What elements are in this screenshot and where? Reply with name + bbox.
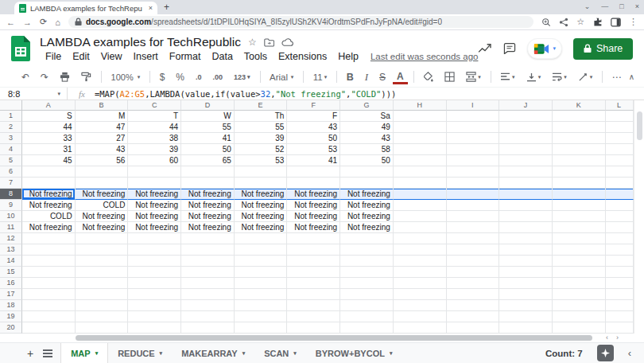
reload-icon[interactable]: ⟳ xyxy=(40,17,47,27)
browser-tab[interactable]: LAMBDA examples for TechRepu × xyxy=(14,2,157,14)
sheet-tab-map[interactable]: MAP▾ xyxy=(60,343,108,363)
menu-view[interactable]: View xyxy=(95,51,128,62)
cell-H7[interactable] xyxy=(394,178,447,189)
window-restore-icon[interactable]: □ xyxy=(619,1,623,12)
print-icon[interactable] xyxy=(56,72,74,82)
cell-L10[interactable] xyxy=(606,211,634,222)
cell-D4[interactable]: 50 xyxy=(181,144,235,155)
column-header-H[interactable]: H xyxy=(394,100,447,111)
cell-B17[interactable] xyxy=(76,289,129,300)
row-header-12[interactable]: 12 xyxy=(0,233,22,244)
vertical-scrollbar[interactable] xyxy=(634,100,644,334)
comments-icon[interactable] xyxy=(503,43,516,54)
star-document-icon[interactable]: ☆ xyxy=(248,37,257,48)
cell-G16[interactable] xyxy=(340,278,394,289)
menu-format[interactable]: Format xyxy=(164,51,207,62)
cell-H15[interactable] xyxy=(394,267,447,278)
window-menu-icon[interactable]: ⌄ xyxy=(584,1,591,12)
cell-H1[interactable] xyxy=(394,111,447,122)
cell-L18[interactable] xyxy=(606,300,634,311)
cell-J6[interactable] xyxy=(499,166,553,178)
row-header-9[interactable]: 9 xyxy=(0,200,22,211)
cell-A4[interactable]: 31 xyxy=(22,144,76,155)
sheet-tab-menu-icon[interactable]: ▾ xyxy=(95,350,99,357)
cell-L1[interactable] xyxy=(606,111,634,122)
cell-C6[interactable] xyxy=(128,166,181,178)
cell-C2[interactable]: 44 xyxy=(128,122,181,133)
cell-C7[interactable] xyxy=(128,178,181,189)
cell-C11[interactable]: Not freezing xyxy=(128,222,181,233)
share-page-icon[interactable] xyxy=(559,18,568,27)
cell-K7[interactable] xyxy=(553,178,606,189)
cell-G14[interactable] xyxy=(340,256,394,267)
cell-J15[interactable] xyxy=(499,267,553,278)
zoom-magnifier-icon[interactable] xyxy=(541,18,551,27)
menu-file[interactable]: File xyxy=(40,51,67,62)
cell-K14[interactable] xyxy=(553,256,606,267)
cell-G19[interactable] xyxy=(340,311,394,322)
cell-A14[interactable] xyxy=(22,256,76,267)
cell-L6[interactable] xyxy=(606,166,634,178)
document-title[interactable]: LAMBDA examples for TechRepublic xyxy=(40,35,241,49)
cell-C20[interactable] xyxy=(128,322,181,334)
cell-G8[interactable]: Not freezing xyxy=(340,189,394,200)
cell-I19[interactable] xyxy=(447,311,500,322)
cell-C18[interactable] xyxy=(128,300,181,311)
cell-F6[interactable] xyxy=(287,166,340,178)
row-header-3[interactable]: 3 xyxy=(0,133,22,144)
cell-L4[interactable] xyxy=(606,144,634,155)
cell-L5[interactable] xyxy=(606,155,634,166)
cell-E14[interactable] xyxy=(235,256,288,267)
new-tab-button[interactable]: + xyxy=(164,2,169,13)
cell-H9[interactable] xyxy=(394,200,447,211)
row-header-10[interactable]: 10 xyxy=(0,211,22,222)
cell-A15[interactable] xyxy=(22,267,76,278)
cell-I7[interactable] xyxy=(447,178,500,189)
cell-D17[interactable] xyxy=(181,289,235,300)
cell-L3[interactable] xyxy=(606,133,634,144)
zoom-select[interactable]: 100%▾ xyxy=(107,72,145,82)
cell-B14[interactable] xyxy=(76,256,129,267)
cell-J7[interactable] xyxy=(499,178,553,189)
cell-K19[interactable] xyxy=(553,311,606,322)
cell-H17[interactable] xyxy=(394,289,447,300)
increase-decimals-icon[interactable]: .00 xyxy=(209,73,227,81)
cell-K15[interactable] xyxy=(553,267,606,278)
cell-K8[interactable] xyxy=(553,189,606,200)
cell-K13[interactable] xyxy=(553,244,606,256)
cell-I1[interactable] xyxy=(447,111,500,122)
sheet-tab-byrow+bycol[interactable]: BYROW+BYCOL▾ xyxy=(306,343,402,363)
cell-B2[interactable]: 47 xyxy=(76,122,129,133)
row-header-2[interactable]: 2 xyxy=(0,122,22,133)
more-toolbar-icon[interactable]: ⋯ xyxy=(608,72,626,83)
cell-J11[interactable] xyxy=(499,222,553,233)
cell-D3[interactable]: 41 xyxy=(181,133,235,144)
cell-J20[interactable] xyxy=(499,322,553,334)
cell-E10[interactable]: Not freezing xyxy=(235,211,288,222)
cell-F12[interactable] xyxy=(287,233,340,244)
cell-E11[interactable]: Not freezing xyxy=(235,222,288,233)
cell-I20[interactable] xyxy=(447,322,500,334)
cell-F1[interactable]: F xyxy=(287,111,340,122)
cell-A17[interactable] xyxy=(22,289,76,300)
cell-L11[interactable] xyxy=(606,222,634,233)
cell-F5[interactable]: 41 xyxy=(287,155,340,166)
cell-F4[interactable]: 53 xyxy=(287,144,340,155)
cell-D18[interactable] xyxy=(181,300,235,311)
cell-G3[interactable]: 43 xyxy=(340,133,394,144)
extensions-puzzle-icon[interactable] xyxy=(592,17,603,27)
text-color-icon[interactable]: A xyxy=(393,72,408,84)
cell-J17[interactable] xyxy=(499,289,553,300)
font-size-select[interactable]: 11▾ xyxy=(309,72,331,82)
row-header-19[interactable]: 19 xyxy=(0,311,22,322)
cell-A12[interactable] xyxy=(22,233,76,244)
cell-G20[interactable] xyxy=(340,322,394,334)
cell-A10[interactable]: COLD xyxy=(22,211,76,222)
cell-B3[interactable]: 27 xyxy=(76,133,129,144)
column-header-A[interactable]: A xyxy=(22,100,76,111)
italic-icon[interactable]: I xyxy=(361,71,372,84)
cell-A2[interactable]: 44 xyxy=(22,122,76,133)
cell-J9[interactable] xyxy=(499,200,553,211)
font-family-select[interactable]: Arial▾ xyxy=(266,72,297,82)
merge-cells-icon[interactable]: ▾ xyxy=(462,72,485,82)
